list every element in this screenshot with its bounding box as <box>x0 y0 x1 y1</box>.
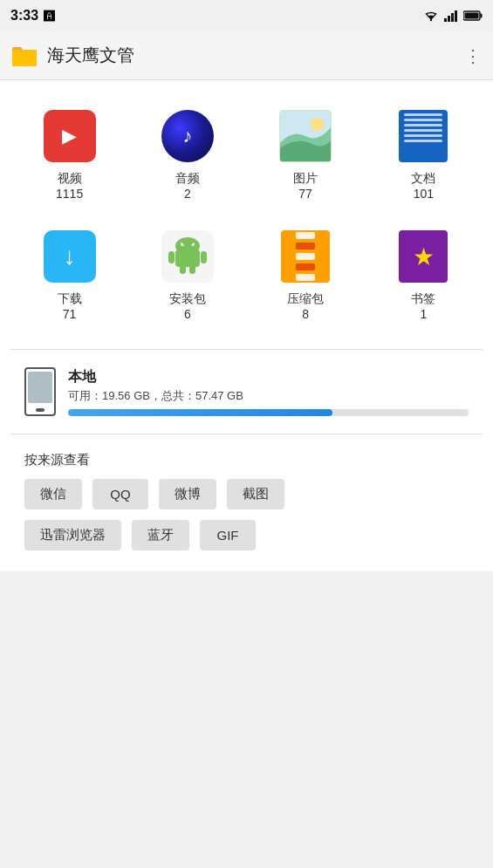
svg-rect-14 <box>201 251 207 263</box>
download-icon <box>42 229 98 284</box>
file-category-download[interactable]: 下载 71 <box>10 215 128 335</box>
picture-icon <box>277 108 333 164</box>
source-btn-weibo[interactable]: 微博 <box>159 479 216 509</box>
download-label: 下载 <box>58 291 82 307</box>
storage-detail: 可用：19.56 GB，总共：57.47 GB <box>68 388 469 404</box>
notification-icon: 🅰 <box>44 10 55 23</box>
document-count: 101 <box>414 187 434 201</box>
menu-button[interactable]: ⋮ <box>464 45 483 66</box>
svg-rect-16 <box>189 265 195 274</box>
file-category-apk[interactable]: 安装包 6 <box>128 215 246 335</box>
bookmark-icon <box>395 229 451 284</box>
svg-point-0 <box>430 19 432 21</box>
bookmark-count: 1 <box>420 307 427 321</box>
audio-icon: ♪ <box>160 108 216 164</box>
file-category-video[interactable]: 视频 1115 <box>10 94 128 215</box>
divider-1 <box>10 349 483 350</box>
bookmark-label: 书签 <box>411 291 435 307</box>
apk-label: 安装包 <box>169 291 206 307</box>
document-label: 文档 <box>411 171 435 187</box>
video-label: 视频 <box>58 171 82 187</box>
file-category-audio[interactable]: ♪ 音频 2 <box>128 94 246 215</box>
svg-rect-13 <box>168 251 175 263</box>
source-btn-screenshot[interactable]: 截图 <box>227 479 284 509</box>
device-screen <box>28 372 52 403</box>
device-button <box>36 408 45 412</box>
divider-2 <box>10 434 483 434</box>
source-buttons-row-2: 迅雷浏览器 蓝牙 GIF <box>24 520 469 550</box>
storage-info: 本地 可用：19.56 GB，总共：57.47 GB <box>68 368 469 416</box>
storage-title: 本地 <box>68 368 469 386</box>
zip-count: 8 <box>302 307 309 321</box>
status-bar: 3:33 🅰 <box>0 0 493 31</box>
source-btn-gif[interactable]: GIF <box>200 520 256 550</box>
picture-label: 图片 <box>293 171 318 187</box>
storage-bar-fill <box>68 409 332 416</box>
file-category-bookmark[interactable]: 书签 1 <box>365 215 483 335</box>
file-grid: 视频 1115 ♪ 音频 2 <box>10 94 483 335</box>
audio-label: 音频 <box>175 171 200 187</box>
main-content: 视频 1115 ♪ 音频 2 <box>0 80 493 571</box>
svg-rect-1 <box>444 18 447 22</box>
file-category-zip[interactable]: 压缩包 8 <box>247 215 365 335</box>
apk-icon <box>160 229 216 284</box>
document-icon <box>395 108 451 164</box>
video-icon <box>42 108 98 164</box>
storage-section: 本地 可用：19.56 GB，总共：57.47 GB <box>10 357 483 427</box>
status-right <box>423 10 483 22</box>
source-section: 按来源查看 微信 QQ 微博 截图 迅雷浏览器 蓝牙 GIF <box>10 441 483 571</box>
status-time: 3:33 <box>10 8 38 24</box>
svg-rect-3 <box>451 13 454 22</box>
apk-count: 6 <box>184 307 191 321</box>
source-buttons-row-1: 微信 QQ 微博 截图 <box>24 479 469 509</box>
storage-bar-background <box>68 409 469 416</box>
source-title: 按来源查看 <box>24 452 469 468</box>
audio-count: 2 <box>184 187 191 201</box>
source-btn-bluetooth[interactable]: 蓝牙 <box>132 520 189 550</box>
app-bar: 海天鹰文管 ⋮ <box>0 31 493 80</box>
svg-rect-15 <box>180 265 186 274</box>
source-btn-qq[interactable]: QQ <box>92 479 148 509</box>
source-btn-xunlei[interactable]: 迅雷浏览器 <box>24 520 121 550</box>
picture-count: 77 <box>298 187 312 201</box>
download-count: 71 <box>63 307 77 321</box>
source-btn-wechat[interactable]: 微信 <box>24 479 82 509</box>
signal-icon <box>444 10 458 22</box>
svg-rect-6 <box>465 13 479 19</box>
zip-label: 压缩包 <box>287 291 324 307</box>
svg-rect-12 <box>175 249 200 267</box>
svg-rect-7 <box>481 14 483 18</box>
wifi-icon <box>423 10 439 22</box>
battery-icon <box>463 10 483 21</box>
status-left: 3:33 🅰 <box>10 8 55 24</box>
device-icon <box>24 367 56 416</box>
svg-rect-4 <box>455 10 457 22</box>
svg-point-10 <box>311 118 324 131</box>
file-category-picture[interactable]: 图片 77 <box>247 94 365 215</box>
svg-rect-2 <box>448 16 450 22</box>
file-category-document[interactable]: 文档 101 <box>365 94 483 215</box>
folder-icon <box>10 42 38 70</box>
video-count: 1115 <box>56 187 83 201</box>
app-title: 海天鹰文管 <box>47 44 464 67</box>
zip-icon <box>277 229 333 284</box>
